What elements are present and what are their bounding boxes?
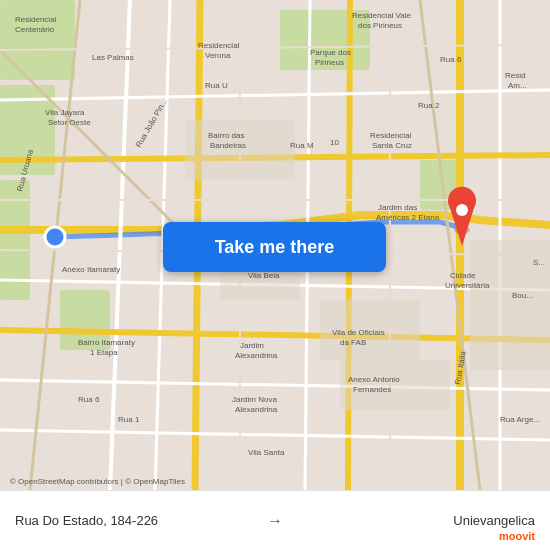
svg-text:Vila Jayara: Vila Jayara — [45, 108, 85, 117]
svg-text:Rua U: Rua U — [205, 81, 228, 90]
take-me-there-button[interactable]: Take me there — [163, 222, 386, 272]
svg-text:Jardim Nova: Jardim Nova — [232, 395, 277, 404]
moovit-logo: moovit — [499, 530, 535, 542]
svg-text:Rua 2: Rua 2 — [418, 101, 440, 110]
svg-text:Universitária: Universitária — [445, 281, 490, 290]
svg-text:Residencial: Residencial — [370, 131, 412, 140]
svg-text:Jardim: Jardim — [240, 341, 264, 350]
svg-point-79 — [456, 204, 468, 216]
svg-text:Vila Santa: Vila Santa — [248, 448, 285, 457]
svg-point-77 — [45, 227, 65, 247]
svg-text:Bairro das: Bairro das — [208, 131, 244, 140]
svg-text:Setor Oeste: Setor Oeste — [48, 118, 91, 127]
svg-text:Rua 6: Rua 6 — [78, 395, 100, 404]
svg-text:Residencial: Residencial — [15, 15, 57, 24]
svg-text:Anexo Antonio: Anexo Antonio — [348, 375, 400, 384]
svg-text:Vila Bela: Vila Bela — [248, 271, 280, 280]
svg-text:Rua 1: Rua 1 — [118, 415, 140, 424]
svg-text:Verona: Verona — [205, 51, 231, 60]
svg-text:Pirineus: Pirineus — [315, 58, 344, 67]
svg-text:Alexandrina: Alexandrina — [235, 351, 278, 360]
map-container: Residencial Centenário Las Palmas Reside… — [0, 0, 550, 490]
svg-text:Resid: Resid — [505, 71, 525, 80]
svg-rect-25 — [185, 120, 295, 180]
svg-text:Jardim das: Jardim das — [378, 203, 417, 212]
origin-location: Rua Do Estado, 184-226 — [15, 513, 257, 528]
svg-text:Rua 6: Rua 6 — [440, 55, 462, 64]
svg-text:Rua Arge...: Rua Arge... — [500, 415, 540, 424]
svg-text:Cidade: Cidade — [450, 271, 476, 280]
svg-text:dos Pirineus: dos Pirineus — [358, 21, 402, 30]
svg-text:Fernandes: Fernandes — [353, 385, 391, 394]
svg-text:Vila de Oficiais: Vila de Oficiais — [332, 328, 385, 337]
svg-text:Residencial Vale: Residencial Vale — [352, 11, 412, 20]
arrow-icon: → — [267, 512, 283, 530]
svg-text:Santa Cruz: Santa Cruz — [372, 141, 412, 150]
destination-location: Unievangelica — [293, 513, 535, 528]
svg-text:Centenário: Centenário — [15, 25, 55, 34]
svg-text:Am...: Am... — [508, 81, 527, 90]
svg-text:S...: S... — [533, 258, 545, 267]
svg-text:Residencial: Residencial — [198, 41, 240, 50]
svg-rect-4 — [0, 180, 30, 300]
svg-text:Alexandrina: Alexandrina — [235, 405, 278, 414]
svg-text:1 Etapa: 1 Etapa — [90, 348, 118, 357]
svg-text:Rua M: Rua M — [290, 141, 314, 150]
svg-text:Anexo Itamaraty: Anexo Itamaraty — [62, 265, 120, 274]
svg-text:Bairro Itamaraty: Bairro Itamaraty — [78, 338, 135, 347]
svg-text:Bandeiras: Bandeiras — [210, 141, 246, 150]
svg-text:Américas 2 Etana: Américas 2 Etana — [376, 213, 440, 222]
osm-credit: © OpenStreetMap contributors | © OpenMap… — [10, 477, 185, 486]
svg-text:Las Palmas: Las Palmas — [92, 53, 134, 62]
svg-text:Bou...: Bou... — [512, 291, 533, 300]
svg-text:10: 10 — [330, 138, 339, 147]
svg-text:Parque dos: Parque dos — [310, 48, 351, 57]
svg-rect-1 — [0, 0, 75, 80]
svg-text:da FAB: da FAB — [340, 338, 366, 347]
bottom-bar: Rua Do Estado, 184-226 → Unievangelica m… — [0, 490, 550, 550]
